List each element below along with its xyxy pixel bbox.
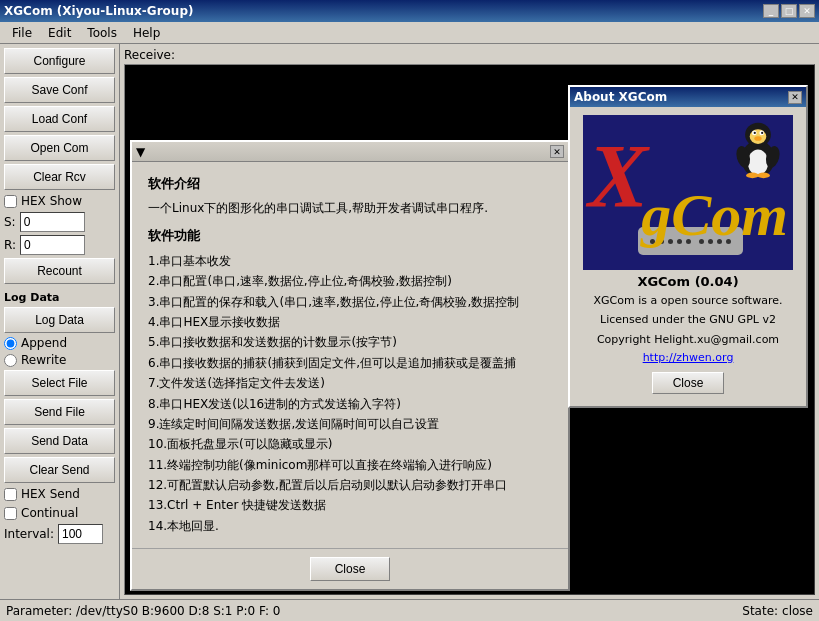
sidebar: Configure Save Conf Load Conf Open Com C…: [0, 44, 120, 599]
window-title: XGCom (Xiyou-Linux-Group): [4, 4, 763, 18]
intro-item-2: 2.串口配置(串口,速率,数据位,停止位,奇偶校验,数据控制): [148, 271, 552, 291]
intro-dialog: ▼ ✕ 软件介绍 一个Linux下的图形化的串口调试工具,帮助开发者调试串口程序…: [130, 140, 570, 591]
intro-title: ▼: [136, 145, 550, 159]
window-controls[interactable]: _ □ ✕: [763, 4, 815, 18]
rewrite-row: Rewrite: [4, 353, 115, 367]
r-row: R: 0: [4, 235, 115, 255]
intro-close-button[interactable]: Close: [310, 557, 391, 581]
menu-bar: File Edit Tools Help: [0, 22, 819, 44]
continual-label: Continual: [21, 506, 78, 520]
hex-send-label: HEX Send: [21, 487, 80, 501]
intro-item-1: 1.串口基本收发: [148, 251, 552, 271]
intro-item-12: 12.可配置默认启动参数,配置后以后启动则以默认启动参数打开串口: [148, 475, 552, 495]
r-input[interactable]: 0: [20, 235, 85, 255]
about-close-button[interactable]: Close: [652, 372, 725, 394]
configure-button[interactable]: Configure: [4, 48, 115, 74]
about-close-icon-btn[interactable]: ✕: [788, 91, 802, 104]
send-data-button[interactable]: Send Data: [4, 428, 115, 454]
intro-footer: Close: [132, 548, 568, 589]
save-conf-button[interactable]: Save Conf: [4, 77, 115, 103]
intro-item-6: 6.串口接收数据的捕获(捕获到固定文件,但可以是追加捕获或是覆盖捕: [148, 353, 552, 373]
interval-row: Interval:: [4, 524, 115, 544]
send-file-button[interactable]: Send File: [4, 399, 115, 425]
intro-item-4: 4.串口HEX显示接收数据: [148, 312, 552, 332]
menu-file[interactable]: File: [4, 24, 40, 42]
intro-item-7: 7.文件发送(选择指定文件去发送): [148, 373, 552, 393]
status-bar: Parameter: /dev/ttyS0 B:9600 D:8 S:1 P:0…: [0, 599, 819, 621]
menu-help[interactable]: Help: [125, 24, 168, 42]
load-conf-button[interactable]: Load Conf: [4, 106, 115, 132]
intro-item-11: 11.终端控制功能(像minicom那样可以直接在终端输入进行响应): [148, 455, 552, 475]
about-version: XGCom (0.04): [637, 274, 738, 289]
about-content: X gCom XGCom (0.04) XGCom is a open sour…: [570, 107, 806, 406]
intro-item-3: 3.串口配置的保存和载入(串口,速率,数据位,停止位,奇偶校验,数据控制: [148, 292, 552, 312]
intro-item-5: 5.串口接收数据和发送数据的计数显示(按字节): [148, 332, 552, 352]
svg-point-8: [754, 136, 761, 141]
svg-point-6: [754, 132, 756, 134]
minimize-button[interactable]: _: [763, 4, 779, 18]
receive-label: Receive:: [124, 48, 815, 62]
s-input[interactable]: 0: [20, 212, 85, 232]
xgcom-logo: X gCom: [583, 115, 793, 270]
continual-row: Continual: [4, 505, 115, 521]
clear-rcv-button[interactable]: Clear Rcv: [4, 164, 115, 190]
about-line2: Licensed under the GNU GPL v2: [600, 312, 776, 327]
intro-close-icon-btn[interactable]: ✕: [550, 145, 564, 158]
interval-input[interactable]: [58, 524, 103, 544]
intro-item-9: 9.连续定时间间隔发送数据,发送间隔时间可以自己设置: [148, 414, 552, 434]
hex-send-row: HEX Send: [4, 486, 115, 502]
intro-section2-title: 软件功能: [148, 226, 552, 247]
intro-item-8: 8.串口HEX发送(以16进制的方式发送输入字符): [148, 394, 552, 414]
append-radio[interactable]: [4, 337, 17, 350]
intro-section1-title: 软件介绍: [148, 174, 552, 195]
about-copyright: Copyright Helight.xu@gmail.com: [597, 332, 779, 347]
about-title: About XGCom: [574, 90, 788, 104]
logo-x-letter: X: [588, 125, 648, 228]
intro-content: 软件介绍 一个Linux下的图形化的串口调试工具,帮助开发者调试串口程序. 软件…: [132, 162, 568, 548]
tux-icon: [733, 120, 783, 180]
hex-show-row: HEX Show: [4, 193, 115, 209]
svg-point-12: [757, 173, 770, 179]
about-dialog: About XGCom ✕: [568, 85, 808, 408]
intro-item-14: 14.本地回显.: [148, 516, 552, 536]
rewrite-radio[interactable]: [4, 354, 17, 367]
status-state-value: close: [782, 604, 813, 618]
append-row: Append: [4, 336, 115, 350]
interval-label: Interval:: [4, 527, 54, 541]
open-com-button[interactable]: Open Com: [4, 135, 115, 161]
log-data-section: Log Data: [4, 291, 115, 304]
menu-tools[interactable]: Tools: [79, 24, 125, 42]
close-button[interactable]: ✕: [799, 4, 815, 18]
status-parameter: Parameter: /dev/ttyS0 B:9600 D:8 S:1 P:0…: [6, 604, 742, 618]
s-label: S:: [4, 215, 16, 229]
svg-point-1: [748, 150, 768, 176]
log-data-button[interactable]: Log Data: [4, 307, 115, 333]
status-state-label: State:: [742, 604, 778, 618]
clear-send-button[interactable]: Clear Send: [4, 457, 115, 483]
hex-show-label: HEX Show: [21, 194, 82, 208]
intro-title-bar: ▼ ✕: [132, 142, 568, 162]
append-label: Append: [21, 336, 67, 350]
about-line1: XGCom is a open source software.: [594, 293, 783, 308]
about-link[interactable]: http://zhwen.org: [643, 351, 734, 364]
menu-edit[interactable]: Edit: [40, 24, 79, 42]
maximize-button[interactable]: □: [781, 4, 797, 18]
hex-show-checkbox[interactable]: [4, 195, 17, 208]
select-file-button[interactable]: Select File: [4, 370, 115, 396]
s-row: S: 0: [4, 212, 115, 232]
svg-point-7: [761, 132, 763, 134]
about-title-bar: About XGCom ✕: [570, 87, 806, 107]
intro-item-13: 13.Ctrl + Enter 快捷键发送数据: [148, 495, 552, 515]
recount-button[interactable]: Recount: [4, 258, 115, 284]
r-label: R:: [4, 238, 16, 252]
logo-gcom-text: gCom: [641, 181, 788, 250]
rewrite-label: Rewrite: [21, 353, 66, 367]
intro-item-10: 10.面板托盘显示(可以隐藏或显示): [148, 434, 552, 454]
hex-send-checkbox[interactable]: [4, 488, 17, 501]
intro-section1-text: 一个Linux下的图形化的串口调试工具,帮助开发者调试串口程序.: [148, 199, 552, 218]
title-bar: XGCom (Xiyou-Linux-Group) _ □ ✕: [0, 0, 819, 22]
continual-checkbox[interactable]: [4, 507, 17, 520]
